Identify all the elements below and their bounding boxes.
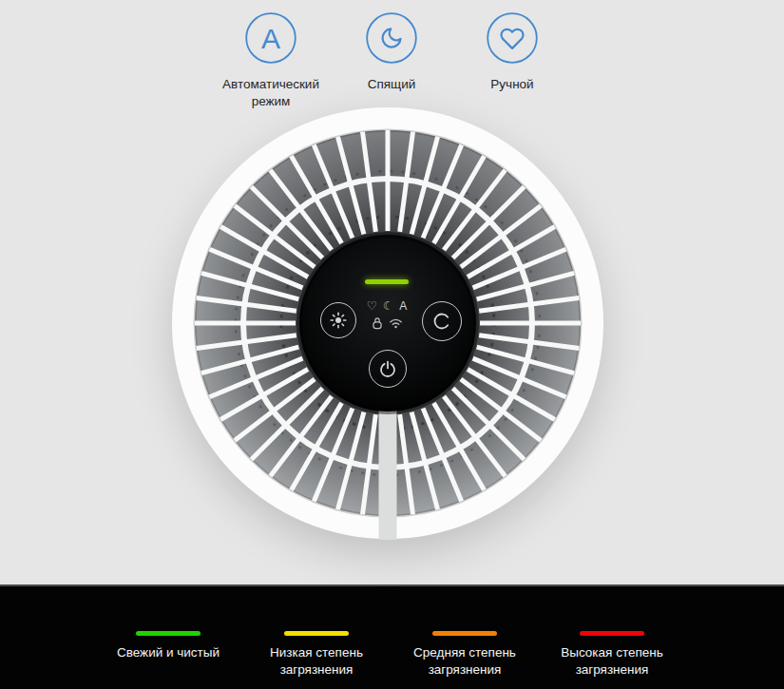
legend-label: Средняя степень загрязнения xyxy=(393,644,536,679)
legend-line-yellow xyxy=(284,631,349,636)
moon-icon: ☾ xyxy=(383,299,393,314)
pollution-legend-bar: Свежий и чистый Низкая степень загрязнен… xyxy=(0,584,784,689)
wifi-icon xyxy=(389,317,403,329)
legend-item-low: Низкая степень загрязнения xyxy=(236,631,397,679)
mode-legend: A Автоматический режим Спящий Ручной xyxy=(0,0,784,114)
power-button xyxy=(369,350,407,388)
mode-item-manual: Ручной xyxy=(450,12,574,93)
auto-a-letter: A xyxy=(261,23,280,54)
air-quality-status-light xyxy=(365,279,409,284)
fan-speed-icon xyxy=(430,310,453,333)
bottom-strut xyxy=(379,407,397,540)
auto-a-icon: A xyxy=(399,299,407,314)
power-icon xyxy=(378,359,397,378)
legend-label: Высокая степень загрязнения xyxy=(541,644,683,679)
control-panel: ♡ ☾ A xyxy=(298,233,475,410)
moon-icon xyxy=(366,12,417,64)
mode-label-manual: Ручной xyxy=(490,76,533,93)
auto-a-icon: A xyxy=(245,12,296,64)
mode-item-sleep: Спящий xyxy=(330,12,453,93)
heart-icon: ♡ xyxy=(367,299,377,314)
brightness-icon xyxy=(329,311,348,330)
legend-item-fresh: Свежий и чистый xyxy=(87,631,249,661)
legend-item-medium: Средняя степень загрязнения xyxy=(384,631,545,679)
legend-label: Низкая степень загрязнения xyxy=(245,644,388,679)
heart-icon xyxy=(487,12,538,64)
fan-speed-button xyxy=(422,301,462,341)
brightness-button xyxy=(320,302,356,338)
legend-line-orange xyxy=(432,631,497,636)
child-lock-icon xyxy=(372,316,383,330)
legend-line-green xyxy=(136,631,201,636)
legend-label: Свежий и чистый xyxy=(117,644,220,661)
legend-item-high: Высокая степень загрязнения xyxy=(531,631,693,679)
mode-label-sleep: Спящий xyxy=(368,76,416,93)
legend-line-red xyxy=(580,631,644,636)
mode-item-auto: A Автоматический режим xyxy=(209,12,333,110)
